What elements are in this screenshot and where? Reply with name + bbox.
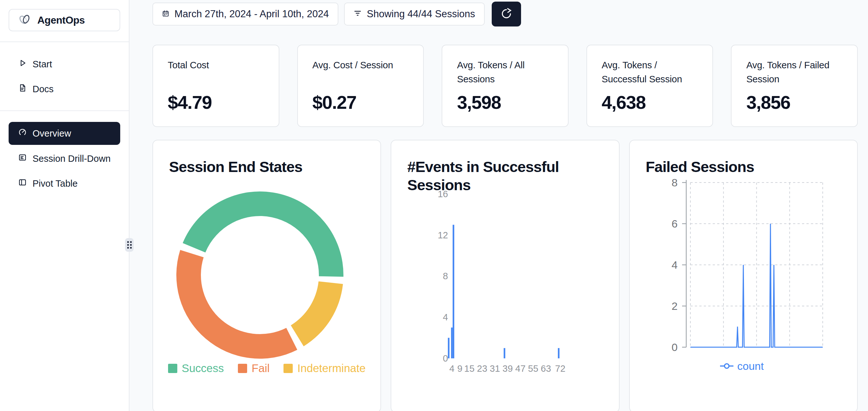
stat-card-avg-cost-session: Avg. Cost / Session $0.27 <box>297 45 424 127</box>
donut-legend: SuccessFailIndeterminate <box>153 362 380 375</box>
legend-item-indeterminate[interactable]: Indeterminate <box>283 362 366 375</box>
chart-title: Session End States <box>169 158 365 176</box>
svg-text:8: 8 <box>443 271 448 281</box>
donut-slice-success[interactable] <box>183 192 343 277</box>
stat-label: Avg. Tokens / Successful Session <box>602 58 698 86</box>
svg-text:0: 0 <box>443 353 448 363</box>
sessions-filter-label: Showing 44/44 Sessions <box>367 8 475 20</box>
grip-dots-icon <box>127 241 132 248</box>
chart-card-session-end-states: Session End States SuccessFailIndetermin… <box>152 140 381 411</box>
svg-text:9: 9 <box>457 363 462 374</box>
chart-card-failed-sessions: Failed Sessions 02468count <box>629 140 858 411</box>
stats-row: Total Cost $4.79 Avg. Cost / Session $0.… <box>152 45 858 127</box>
stat-label: Total Cost <box>168 58 264 72</box>
nav-bottom: Overview Session Drill-Down Pivot Table <box>0 111 129 195</box>
donut-slice-indeterminate[interactable] <box>291 282 343 346</box>
histogram-bar[interactable] <box>453 225 455 358</box>
date-range-label: March 27th, 2024 - April 10th, 2024 <box>175 8 329 20</box>
svg-text:39: 39 <box>502 363 513 374</box>
charts-row: Session End States SuccessFailIndetermin… <box>152 140 858 411</box>
legend-swatch <box>283 364 293 373</box>
stat-label: Avg. Cost / Session <box>312 58 409 72</box>
stat-value: 3,856 <box>746 92 842 113</box>
refresh-icon <box>500 8 513 21</box>
stat-value: 3,598 <box>457 92 553 113</box>
svg-text:31: 31 <box>490 363 500 374</box>
histogram-bar[interactable] <box>558 348 560 358</box>
main-content: March 27th, 2024 - April 10th, 2024 Show… <box>152 0 858 411</box>
stat-card-total-cost: Total Cost $4.79 <box>152 45 279 127</box>
logo[interactable]: AgentOps <box>9 9 120 31</box>
stat-card-avg-tokens-successful: Avg. Tokens / Successful Session 4,638 <box>586 45 713 127</box>
stat-card-avg-tokens-all: Avg. Tokens / All Sessions 3,598 <box>442 45 568 127</box>
chart-card-events-in-successful-sessions: #Events in Successful Sessions 161284049… <box>391 140 619 411</box>
line-legend-count[interactable]: count <box>720 360 764 372</box>
stat-value: $0.27 <box>312 92 409 113</box>
sidebar-resize-handle[interactable] <box>125 238 134 252</box>
svg-text:72: 72 <box>555 363 565 374</box>
sessions-filter-button[interactable]: Showing 44/44 Sessions <box>344 3 485 26</box>
gauge-icon <box>18 128 27 139</box>
topbar: March 27th, 2024 - April 10th, 2024 Show… <box>152 3 858 28</box>
play-icon <box>18 59 27 69</box>
sidebar-item-label: Pivot Table <box>33 178 78 189</box>
svg-text:12: 12 <box>438 230 448 240</box>
svg-text:4: 4 <box>443 312 448 322</box>
events-histogram-chart: 1612840491523313947556372 <box>391 189 619 380</box>
svg-text:47: 47 <box>515 363 526 374</box>
sidebar-item-start[interactable]: Start <box>9 53 120 75</box>
legend-label: Fail <box>252 362 270 375</box>
logo-text: AgentOps <box>37 14 85 26</box>
svg-text:6: 6 <box>672 217 678 230</box>
layout-columns-icon <box>18 178 27 189</box>
date-range-button[interactable]: March 27th, 2024 - April 10th, 2024 <box>152 3 338 26</box>
stat-value: $4.79 <box>168 92 264 113</box>
donut-slice-fail[interactable] <box>176 250 297 359</box>
svg-text:16: 16 <box>438 189 448 199</box>
calendar-icon <box>162 8 169 20</box>
sidebar-item-session-drill-down[interactable]: Session Drill-Down <box>9 147 120 170</box>
list-box-icon <box>18 153 27 164</box>
failed-sessions-line-chart: 02468count <box>630 172 858 383</box>
svg-text:23: 23 <box>477 363 487 374</box>
filter-icon <box>354 8 362 20</box>
stat-card-avg-tokens-failed: Avg. Tokens / Failed Session 3,856 <box>731 45 858 127</box>
sidebar-item-pivot-table[interactable]: Pivot Table <box>9 172 120 195</box>
stat-value: 4,638 <box>602 92 698 113</box>
sidebar-item-overview[interactable]: Overview <box>9 122 120 145</box>
stat-label: Avg. Tokens / Failed Session <box>746 58 842 86</box>
sidebar-item-docs[interactable]: Docs <box>9 78 120 100</box>
sidebar-item-label: Session Drill-Down <box>33 153 111 164</box>
sidebar-item-label: Start <box>33 59 52 69</box>
svg-text:63: 63 <box>541 363 551 374</box>
histogram-bar[interactable] <box>448 338 450 358</box>
stat-label: Avg. Tokens / All Sessions <box>457 58 553 86</box>
svg-text:55: 55 <box>528 363 538 374</box>
agentops-logo-icon <box>18 13 32 27</box>
legend-swatch <box>168 364 177 373</box>
chart-title: #Events in Successful Sessions <box>407 158 603 194</box>
svg-text:8: 8 <box>672 176 678 188</box>
session-end-states-donut-chart <box>153 185 381 360</box>
histogram-bar[interactable] <box>451 327 453 358</box>
document-icon <box>18 84 27 94</box>
sidebar-item-label: Overview <box>33 128 71 139</box>
svg-text:count: count <box>737 360 764 372</box>
svg-text:4: 4 <box>672 259 678 271</box>
svg-text:2: 2 <box>672 300 678 312</box>
legend-swatch <box>238 364 247 373</box>
refresh-button[interactable] <box>492 2 521 27</box>
svg-text:4: 4 <box>449 363 455 374</box>
legend-label: Success <box>182 362 224 375</box>
histogram-bar[interactable] <box>504 348 505 358</box>
nav-top: Start Docs <box>0 42 129 100</box>
legend-item-fail[interactable]: Fail <box>238 362 270 375</box>
sidebar: AgentOps Start Docs <box>0 0 129 411</box>
legend-label: Indeterminate <box>297 362 366 375</box>
legend-item-success[interactable]: Success <box>168 362 224 375</box>
svg-text:15: 15 <box>464 363 474 374</box>
sidebar-item-label: Docs <box>33 84 54 94</box>
svg-text:0: 0 <box>672 341 678 353</box>
